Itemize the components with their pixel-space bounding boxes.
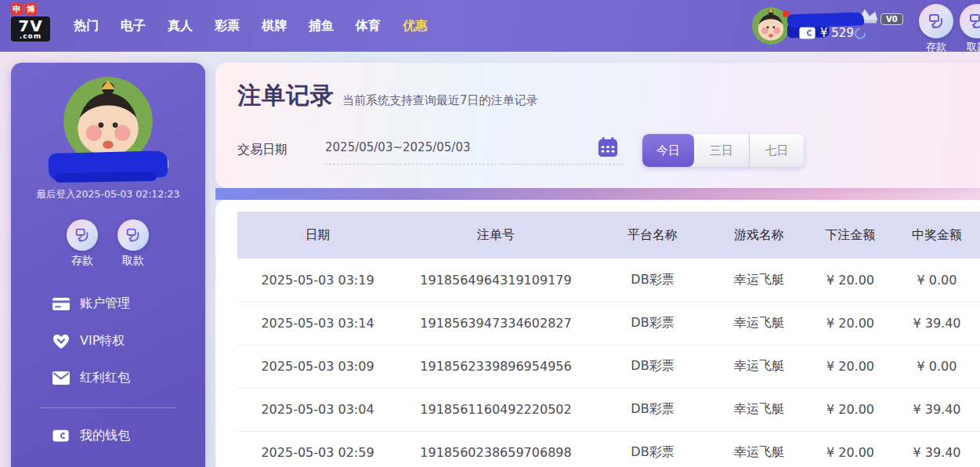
card-icon xyxy=(52,298,70,310)
sidebar-deposit-label: 存款 xyxy=(64,254,100,268)
table-row: 2025-05-03 03:04 1918561160492220502 DB彩… xyxy=(237,388,980,431)
sidebar: V0 最后登入2025-05-03 02:12:23 存款 xyxy=(11,63,205,467)
sidebar-username-scribble-2 xyxy=(55,172,157,183)
sidebar-item-label: 红利红包 xyxy=(80,370,130,386)
sidebar-withdraw-button[interactable]: 取款 xyxy=(115,219,151,268)
table-row: 2025-05-03 03:09 1918562339896954956 DB彩… xyxy=(237,345,980,388)
cell-platform: DB彩票 xyxy=(594,345,711,388)
cell-bet-no: 1918562339896954956 xyxy=(398,345,594,388)
col-header-platform: 平台名称 xyxy=(594,212,711,259)
sidebar-item-label: 账户管理 xyxy=(80,295,130,312)
logo-badge-bo: 博 xyxy=(25,3,37,15)
cell-platform: DB彩票 xyxy=(594,302,711,345)
cell-platform: DB彩票 xyxy=(594,431,711,467)
cell-bet-amount: ¥ 20.00 xyxy=(807,302,894,345)
vip-heart-icon xyxy=(52,334,70,349)
deposit-button[interactable]: 存款 xyxy=(918,4,954,54)
cell-game: 幸运飞艇 xyxy=(711,302,807,345)
cell-win-amount: ¥ 39.40 xyxy=(894,431,980,467)
deposit-label: 存款 xyxy=(918,40,954,54)
bet-records-table: 日期 注单号 平台名称 游戏名称 下注金额 中奖金额 2025-05-03 03… xyxy=(237,212,980,467)
cell-bet-no: 1918564964319109179 xyxy=(398,259,594,302)
nav-item-promo[interactable]: 优惠 xyxy=(392,18,439,34)
cell-win-amount: ¥ 0.00 xyxy=(894,259,980,302)
cell-game: 幸运飞艇 xyxy=(711,431,807,467)
notification-dot xyxy=(783,10,790,17)
logo-box: 7V .com xyxy=(11,16,50,42)
cell-platform: DB彩票 xyxy=(594,259,711,302)
sidebar-withdraw-label: 取款 xyxy=(115,254,151,268)
sidebar-item-bonus[interactable]: 红利红包 xyxy=(52,370,130,386)
cell-win-amount: ¥ 39.40 xyxy=(894,388,980,431)
top-navigation-bar: 申 博 7V .com 热门 电子 真人 彩票 棋牌 捕鱼 体育 优惠 xyxy=(0,0,980,52)
tab-today[interactable]: 今日 xyxy=(642,134,694,167)
records-card: 日期 注单号 平台名称 游戏名称 下注金额 中奖金额 2025-05-03 03… xyxy=(215,200,980,467)
wallet-icon xyxy=(52,429,70,443)
envelope-icon xyxy=(52,371,70,385)
cell-bet-amount: ¥ 20.00 xyxy=(807,345,894,388)
page: 申 博 7V .com 热门 电子 真人 彩票 棋牌 捕鱼 体育 优惠 xyxy=(0,0,980,467)
nav-item-fishing[interactable]: 捕鱼 xyxy=(298,18,345,34)
cell-bet-amount: ¥ 20.00 xyxy=(807,259,894,302)
col-header-bet-amount: 下注金额 xyxy=(807,212,894,259)
wallet-icon xyxy=(799,27,816,40)
tab-three-days[interactable]: 三日 xyxy=(694,134,749,167)
cell-win-amount: ¥ 39.40 xyxy=(894,302,980,345)
col-header-game: 游戏名称 xyxy=(711,212,807,259)
background-gradient-strip xyxy=(215,188,980,200)
col-header-win-amount: 中奖金额 xyxy=(894,212,980,259)
nav-item-slots[interactable]: 电子 xyxy=(110,18,157,34)
sidebar-item-vip[interactable]: VIP特权 xyxy=(52,333,125,349)
sidebar-deposit-button[interactable]: 存款 xyxy=(64,219,100,268)
cell-date: 2025-05-03 02:59 xyxy=(237,431,398,467)
nav-item-live[interactable]: 真人 xyxy=(157,18,204,34)
col-header-bet-no: 注单号 xyxy=(398,212,594,259)
page-subtitle: 当前系统支持查询最近7日的注单记录 xyxy=(342,93,538,112)
cell-bet-amount: ¥ 20.00 xyxy=(807,431,894,467)
vip-level-badge: V0 xyxy=(881,13,903,25)
col-header-date: 日期 xyxy=(237,212,398,259)
cell-date: 2025-05-03 03:19 xyxy=(237,259,398,302)
main-nav: 热门 电子 真人 彩票 棋牌 捕鱼 体育 优惠 xyxy=(63,0,439,52)
calendar-icon[interactable] xyxy=(598,137,618,157)
cell-bet-amount: ¥ 20.00 xyxy=(807,388,894,431)
cell-win-amount: ¥ 0.00 xyxy=(894,345,980,388)
cell-date: 2025-05-03 03:14 xyxy=(237,302,398,345)
refresh-balance-icon[interactable] xyxy=(854,27,866,40)
table-row: 2025-05-03 02:59 1918560238659706898 DB彩… xyxy=(237,431,980,467)
logo-badge-shen: 申 xyxy=(11,3,23,15)
site-logo[interactable]: 申 博 7V .com xyxy=(11,3,52,42)
sidebar-deposit-icon xyxy=(67,219,98,251)
cell-date: 2025-05-03 03:04 xyxy=(237,388,398,431)
table-row: 2025-05-03 03:14 1918563947334602827 DB彩… xyxy=(237,302,980,345)
cell-platform: DB彩票 xyxy=(594,388,711,431)
sidebar-item-label: VIP特权 xyxy=(80,333,125,349)
date-range-input[interactable]: 2025/05/03~2025/05/03 xyxy=(325,135,623,165)
balance-amount: ¥ 529 xyxy=(820,26,854,40)
last-login-text: 最后登入2025-05-03 02:12:23 xyxy=(11,188,205,201)
cell-date: 2025-05-03 03:09 xyxy=(237,345,398,388)
cell-bet-no: 1918561160492220502 xyxy=(398,388,594,431)
nav-item-sports[interactable]: 体育 xyxy=(345,18,392,34)
nav-item-cards[interactable]: 棋牌 xyxy=(251,18,298,34)
deposit-icon xyxy=(919,4,953,38)
page-title: 注单记录 xyxy=(237,80,335,112)
cell-bet-no: 1918560238659706898 xyxy=(398,431,594,467)
tab-seven-days[interactable]: 七日 xyxy=(749,134,804,167)
date-range-label: 交易日期 xyxy=(237,142,287,158)
cell-bet-no: 1918563947334602827 xyxy=(398,302,594,345)
sidebar-item-account[interactable]: 账户管理 xyxy=(52,295,130,312)
sidebar-item-label: 我的钱包 xyxy=(80,428,130,444)
withdraw-button[interactable]: 取款 xyxy=(959,4,980,54)
table-header-row: 日期 注单号 平台名称 游戏名称 下注金额 中奖金额 xyxy=(237,212,980,259)
table-row: 2025-05-03 03:19 1918564964319109179 DB彩… xyxy=(237,259,980,302)
nav-item-lottery[interactable]: 彩票 xyxy=(204,18,251,34)
withdraw-icon xyxy=(960,4,980,38)
cell-game: 幸运飞艇 xyxy=(711,259,807,302)
sidebar-withdraw-icon xyxy=(118,219,149,251)
withdraw-label: 取款 xyxy=(959,40,980,54)
cell-game: 幸运飞艇 xyxy=(711,388,807,431)
sidebar-item-my-wallet[interactable]: 我的钱包 xyxy=(52,428,130,444)
nav-item-hot[interactable]: 热门 xyxy=(63,18,110,34)
sidebar-divider xyxy=(39,407,177,408)
